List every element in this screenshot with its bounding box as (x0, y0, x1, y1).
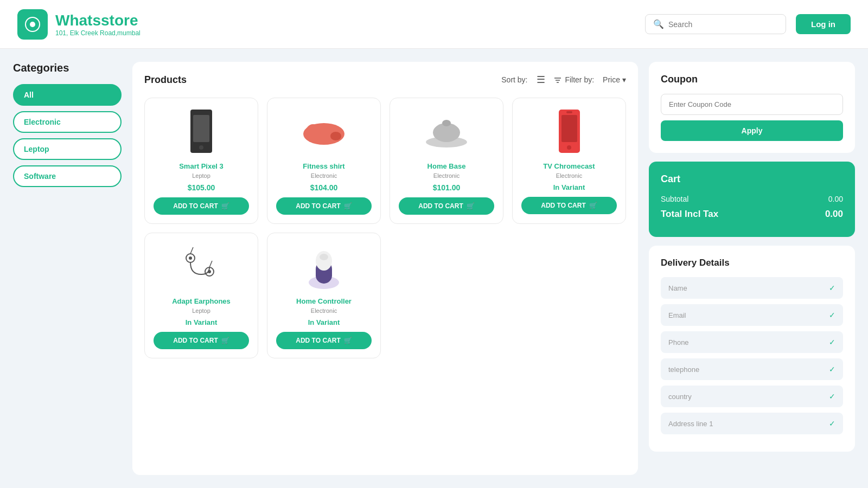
svg-line-23 (209, 261, 212, 267)
product-card-p3: Home Base Electronic $101.00 ADD TO CART… (390, 98, 503, 224)
product-card-p5: Adapt Earphones Leptop In Variant ADD TO… (144, 233, 258, 358)
product-category-p6: Electronic (311, 307, 337, 314)
header: Whatsstore 101, Elk Creek Road,mumbal 🔍 … (0, 0, 868, 49)
product-name-p6: Home Controller (296, 297, 352, 305)
sidebar-title: Categories (13, 62, 122, 74)
product-variant-p5: In Variant (186, 318, 218, 326)
cart-total-label: Total Incl Tax (661, 209, 718, 220)
sidebar: Categories All Electronic Leptop Softwar… (13, 62, 122, 475)
product-name-p2: Fitness shirt (303, 162, 344, 170)
product-category-p2: Electronic (311, 172, 337, 179)
delivery-card: Delivery Details Name ✓ Email ✓ Phone ✓ … (649, 246, 855, 452)
product-category-p3: Electronic (433, 172, 459, 179)
delivery-field-email[interactable]: Email ✓ (661, 304, 843, 326)
product-category-p4: Electronic (556, 172, 582, 179)
product-image-p3 (422, 107, 471, 156)
coupon-input[interactable] (661, 94, 843, 115)
delivery-field-name[interactable]: Name ✓ (661, 277, 843, 299)
product-card-p4: TV Chromecast Electronic In Variant ADD … (512, 98, 626, 224)
coupon-title: Coupon (661, 74, 843, 85)
cart-icon-p6: 🛒 (344, 337, 352, 344)
filter-value[interactable]: Price ▾ (603, 75, 626, 84)
add-to-cart-p1[interactable]: ADD TO CART 🛒 (154, 197, 249, 215)
brand-info: Whatsstore 101, Elk Creek Road,mumbal (55, 12, 141, 37)
cart-total-row: Total Incl Tax 0.00 (661, 209, 843, 220)
delivery-address-label: Address line 1 (668, 420, 713, 428)
delivery-title: Delivery Details (661, 258, 843, 268)
cart-icon-p3: 🛒 (467, 202, 475, 210)
add-to-cart-p3[interactable]: ADD TO CART 🛒 (399, 197, 494, 215)
svg-point-7 (199, 145, 203, 150)
cart-icon-p5: 🛒 (221, 337, 229, 344)
product-variant-p6: In Variant (308, 318, 340, 326)
product-image-p4 (554, 107, 584, 156)
product-card-p1: Smart Pixel 3 Leptop $105.00 ADD TO CART… (144, 98, 258, 224)
cart-icon-p2: 🛒 (344, 202, 352, 210)
svg-line-22 (190, 247, 193, 254)
product-name-p5: Adapt Earphones (172, 297, 231, 305)
product-category-p1: Leptop (192, 172, 210, 179)
delivery-telephone-check: ✓ (829, 365, 835, 374)
delivery-field-telephone[interactable]: telephone ✓ (661, 358, 843, 380)
header-actions: Sort by: ☰ Filter by: Price ▾ (501, 74, 626, 86)
cart-icon-p4: 🛒 (589, 202, 597, 209)
svg-rect-17 (566, 111, 572, 113)
logo-box (17, 9, 48, 40)
svg-point-1 (30, 22, 35, 27)
sidebar-item-software[interactable]: Software (13, 165, 122, 187)
main-layout: Categories All Electronic Leptop Softwar… (0, 49, 868, 488)
delivery-field-address[interactable]: Address line 1 ✓ (661, 413, 843, 434)
header-right: 🔍 Log in (645, 14, 851, 34)
right-panel: Coupon Apply Cart Subtotal 0.00 Total In… (649, 62, 855, 475)
delivery-phone-label: Phone (668, 338, 689, 346)
cart-title: Cart (661, 174, 843, 185)
sidebar-item-electronic[interactable]: Electronic (13, 111, 122, 133)
cart-subtotal-row: Subtotal 0.00 (661, 195, 843, 203)
product-card-p2: Fitness shirt Electronic $104.00 ADD TO … (267, 98, 381, 224)
product-price-p3: $101.00 (433, 183, 461, 192)
svg-point-10 (330, 132, 341, 140)
delivery-name-check: ✓ (829, 284, 835, 292)
login-button[interactable]: Log in (796, 14, 851, 34)
delivery-email-label: Email (668, 311, 686, 319)
svg-rect-6 (193, 115, 209, 142)
cart-total-value: 0.00 (825, 209, 843, 220)
delivery-country-label: country (668, 393, 692, 401)
product-card-p6: Home Controller Electronic In Variant AD… (267, 233, 381, 358)
products-section: Products Sort by: ☰ Filter by: Price ▾ (132, 62, 638, 475)
add-to-cart-p5[interactable]: ADD TO CART 🛒 (154, 332, 249, 349)
search-input[interactable] (668, 20, 778, 29)
svg-point-27 (320, 254, 328, 260)
cart-icon-p1: 🛒 (221, 202, 229, 210)
search-bar[interactable]: 🔍 (645, 14, 786, 34)
svg-point-21 (208, 270, 211, 273)
svg-point-9 (305, 124, 321, 142)
sidebar-item-leptop[interactable]: Leptop (13, 138, 122, 160)
brand-address: 101, Elk Creek Road,mumbal (55, 29, 141, 37)
product-price-p1: $105.00 (188, 183, 215, 192)
cart-subtotal-label: Subtotal (661, 195, 688, 203)
product-variant-p4: In Variant (553, 183, 585, 191)
sort-icon[interactable]: ☰ (537, 74, 545, 86)
search-icon: 🔍 (653, 19, 664, 29)
add-to-cart-p4[interactable]: ADD TO CART 🛒 (521, 197, 617, 214)
product-image-p6 (305, 242, 343, 291)
add-to-cart-p6[interactable]: ADD TO CART 🛒 (276, 332, 372, 349)
product-name-p3: Home Base (427, 162, 466, 170)
product-name-p1: Smart Pixel 3 (179, 162, 224, 170)
apply-button[interactable]: Apply (661, 120, 843, 141)
coupon-card: Coupon Apply (649, 62, 855, 153)
delivery-country-check: ✓ (829, 392, 835, 401)
product-price-p2: $104.00 (310, 183, 338, 192)
delivery-name-label: Name (668, 284, 687, 292)
add-to-cart-p2[interactable]: ADD TO CART 🛒 (276, 197, 372, 215)
sidebar-item-all[interactable]: All (13, 84, 122, 106)
products-title: Products (144, 74, 187, 86)
products-header: Products Sort by: ☰ Filter by: Price ▾ (144, 74, 626, 86)
svg-point-13 (442, 120, 451, 126)
product-grid: Smart Pixel 3 Leptop $105.00 ADD TO CART… (144, 98, 626, 358)
delivery-field-country[interactable]: country ✓ (661, 386, 843, 407)
chevron-down-icon: ▾ (622, 75, 626, 84)
delivery-field-phone[interactable]: Phone ✓ (661, 331, 843, 353)
svg-point-16 (567, 145, 571, 150)
